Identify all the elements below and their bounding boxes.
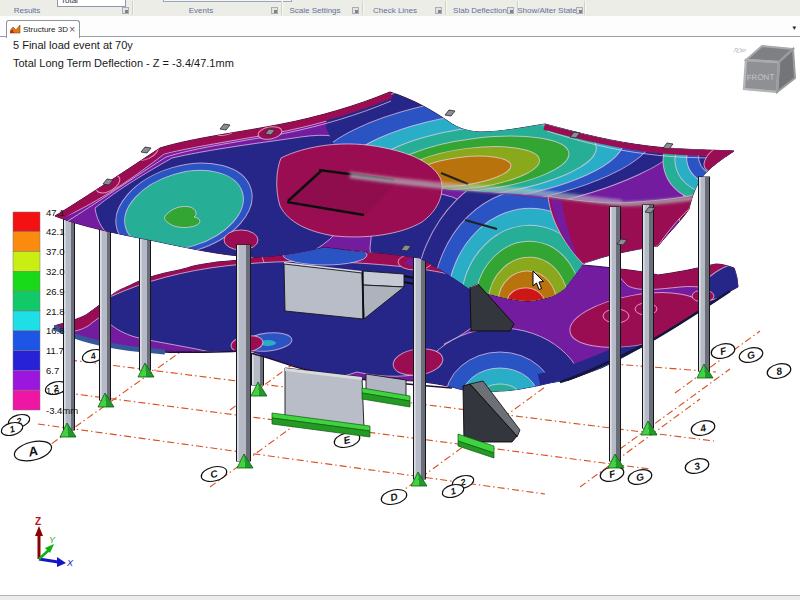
column-top-nub — [141, 147, 151, 153]
axis-triad: Z X Y — [35, 516, 74, 568]
view-cube[interactable]: FRONT TOP — [731, 46, 795, 92]
column — [610, 207, 621, 461]
column-highlight — [414, 257, 416, 479]
tab-structure-3d[interactable]: Structure 3D × — [6, 20, 80, 38]
upper-wall-front-face — [284, 264, 363, 319]
column-side — [71, 218, 74, 430]
column-highlight — [100, 229, 102, 400]
column-highlight — [699, 177, 701, 371]
grid-line — [620, 369, 730, 449]
grid-bubble: C — [200, 464, 229, 484]
status-bar — [0, 595, 800, 600]
tab-label: Structure 3D — [23, 25, 68, 34]
ls-sag-arcs — [414, 328, 586, 472]
column-side — [421, 257, 425, 479]
legend-swatch — [13, 252, 40, 272]
y-axis-label: Y — [49, 535, 56, 545]
legend-swatch — [13, 351, 40, 371]
column — [252, 354, 264, 385]
view-cube-front-label: FRONT — [746, 73, 774, 83]
column-side — [616, 207, 620, 461]
column-side — [246, 245, 250, 461]
legend-label: 32.0 — [46, 266, 65, 277]
x-axis-arrow — [57, 557, 66, 567]
tab-close-icon[interactable]: × — [69, 25, 75, 35]
legend-swatch — [13, 311, 40, 331]
x-axis-label: X — [66, 558, 74, 568]
grid-bubble: G — [738, 345, 765, 364]
legend-label: 21.8 — [46, 306, 65, 317]
legend-swatch — [13, 390, 40, 410]
legend-swatch — [13, 291, 40, 311]
column — [414, 257, 426, 479]
legend-label: 11.7 — [46, 345, 64, 356]
grid-bubble: 3 — [684, 456, 711, 475]
column-top-nub — [220, 124, 230, 130]
result-type-text: Total Long Term Deflection - Z = -3.4/47… — [13, 57, 234, 69]
column — [643, 205, 654, 428]
contour-band-dblue — [414, 328, 586, 472]
legend-swatch — [13, 232, 40, 252]
upper-wall-corner-edge — [363, 271, 364, 319]
grid-bubble: G — [627, 467, 654, 486]
column-side — [260, 354, 263, 385]
column-highlight — [610, 207, 612, 461]
column-side — [705, 177, 709, 371]
result-case-text: 5 Final load event at 70y — [13, 39, 133, 51]
z-axis-label: Z — [35, 516, 41, 527]
legend-label: 1.6 — [46, 385, 59, 396]
column — [140, 237, 151, 370]
legend-swatch — [13, 271, 40, 291]
legend-swatch — [13, 331, 40, 351]
legend-label: 47.1 — [46, 207, 65, 218]
structure-3d-tab-icon — [10, 24, 21, 34]
column-highlight — [237, 245, 239, 461]
column — [699, 177, 710, 371]
application-window: Total ResultsEventsScale SettingsCheck L… — [0, 0, 800, 600]
column-side — [147, 237, 150, 370]
view-cube-top-label: TOP — [731, 47, 748, 54]
column-highlight — [252, 354, 254, 385]
grid-bubble: 4 — [690, 418, 717, 437]
z-axis-arrow — [35, 526, 43, 536]
legend-swatch — [13, 370, 40, 390]
grid-bubble: 8 — [766, 361, 793, 380]
legend-label: 42.1 — [46, 226, 65, 237]
column — [100, 229, 111, 400]
legend-label: 26.9 — [46, 286, 65, 297]
x-axis — [39, 559, 58, 562]
grid-bubble: F — [710, 341, 737, 360]
column — [64, 218, 75, 430]
legend-label: 16.8 — [46, 325, 65, 336]
column-side — [649, 205, 653, 428]
upper-wall-return-face — [363, 271, 404, 287]
column-highlight — [140, 237, 142, 370]
legend-label: -3.4mm — [46, 405, 78, 416]
grid-bubble: A — [12, 438, 53, 465]
legend-swatch — [13, 212, 40, 232]
column-top-nub — [445, 110, 455, 116]
grid-bubble: D — [380, 487, 409, 507]
legend-label: 37.0 — [46, 246, 65, 257]
column-side — [107, 229, 110, 400]
structure-3d-viewport[interactable]: A2124CED21FG34FG8 — [0, 0, 800, 600]
column — [237, 245, 251, 461]
ground-storey-walls — [272, 368, 520, 458]
legend-label: 6.7 — [46, 365, 59, 376]
column-highlight — [643, 205, 645, 428]
